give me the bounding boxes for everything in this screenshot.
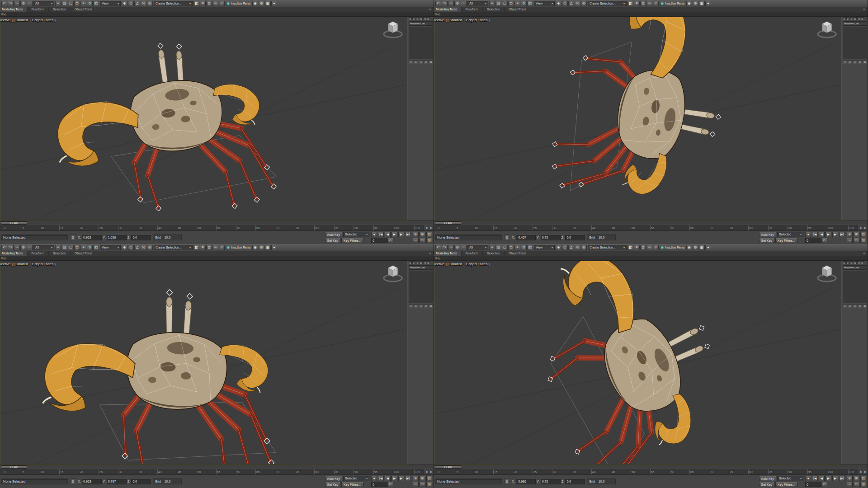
select-and-link-icon[interactable]: ∞: [448, 1, 454, 6]
utilities-tab-icon[interactable]: ≡: [861, 261, 864, 264]
named-selection-sets-dropdown[interactable]: Create Selection... ▾: [154, 1, 193, 6]
curve-editor-icon[interactable]: ∿: [212, 245, 218, 250]
ribbon-tab-selection[interactable]: Selection: [49, 7, 71, 12]
modify-tab-icon[interactable]: ◐: [846, 17, 849, 20]
material-editor-icon[interactable]: ◉: [686, 1, 692, 6]
use-pivot-point-icon[interactable]: ◈: [556, 245, 561, 250]
set-key-button[interactable]: Set Key: [325, 238, 341, 243]
time-slider-handle[interactable]: 0 / 100: [435, 465, 461, 469]
use-pivot-point-icon[interactable]: ◈: [122, 245, 127, 250]
viewport-canvas[interactable]: [0, 261, 407, 464]
configure-modifier-sets-icon[interactable]: ▤: [429, 60, 433, 64]
align-icon[interactable]: ≡: [200, 1, 206, 6]
spinner-snap-icon[interactable]: ◎: [147, 245, 153, 250]
current-frame-field[interactable]: [805, 238, 821, 243]
display-tab-icon[interactable]: ▢: [857, 17, 860, 20]
select-and-rotate-icon[interactable]: ↻: [87, 245, 93, 250]
coord-y-input[interactable]: [107, 479, 127, 484]
window-crossing-icon[interactable]: ◻: [74, 1, 80, 6]
coord-z-input[interactable]: [565, 479, 585, 484]
ribbon-tab-modeling-tools[interactable]: Modeling Tools: [434, 251, 462, 256]
selection-filter-dropdown[interactable]: All ▾: [33, 245, 54, 250]
unlink-selection-icon[interactable]: ⊘: [454, 1, 460, 6]
select-object-icon[interactable]: ⌖: [489, 1, 495, 6]
selection-filter-dropdown[interactable]: All ▾: [467, 245, 488, 250]
key-filters-button[interactable]: Key Filters...: [341, 482, 363, 487]
time-configuration-button[interactable]: ⊙: [821, 238, 827, 243]
timeline-right-arrow[interactable]: ▶: [429, 469, 434, 474]
mirror-icon[interactable]: ◧: [193, 245, 199, 250]
hierarchy-tab-icon[interactable]: ⌂: [850, 17, 853, 20]
redo-icon[interactable]: ↷: [442, 1, 448, 6]
layer-manager-icon[interactable]: ≣: [206, 1, 212, 6]
timeline-right-arrow[interactable]: ▶: [863, 225, 868, 230]
select-object-icon[interactable]: ⌖: [55, 1, 61, 6]
selection-lock-icon[interactable]: ⊠: [504, 235, 510, 240]
key-selection-dropdown[interactable]: Selected ▾: [777, 476, 803, 481]
orbit-view-icon[interactable]: ↻: [420, 482, 425, 487]
remove-modifier-icon[interactable]: ⊘: [858, 60, 862, 64]
utilities-tab-icon[interactable]: ≡: [427, 261, 430, 264]
coord-system-dropdown[interactable]: View ▾: [534, 1, 555, 6]
unlink-selection-icon[interactable]: ⊘: [20, 245, 26, 250]
time-slider[interactable]: 0 / 100: [0, 465, 434, 469]
view-cube[interactable]: [816, 20, 838, 42]
time-slider-handle[interactable]: 0 / 100: [1, 465, 27, 469]
view-cube[interactable]: [382, 20, 404, 42]
key-selection-dropdown[interactable]: Selected ▾: [343, 476, 369, 481]
time-slider[interactable]: 0 / 100: [434, 221, 868, 225]
maximize-viewport-icon[interactable]: ◳: [426, 238, 432, 243]
material-editor-icon[interactable]: ◉: [686, 245, 692, 250]
previous-frame-icon[interactable]: ◀: [385, 232, 391, 237]
snaps-toggle-icon[interactable]: ◇: [562, 1, 568, 6]
select-by-name-icon[interactable]: ▤: [495, 1, 501, 6]
previous-frame-icon[interactable]: ◀: [819, 476, 825, 481]
ribbon-tab-selection[interactable]: Selection: [49, 251, 71, 256]
select-by-name-icon[interactable]: ▤: [495, 245, 501, 250]
go-to-end-icon[interactable]: ▶|: [405, 476, 411, 481]
select-and-rotate-icon[interactable]: ↻: [521, 245, 527, 250]
render-production-icon[interactable]: ●: [271, 1, 277, 6]
pan-view-icon[interactable]: ↔: [847, 238, 853, 243]
orbit-view-icon[interactable]: ↻: [854, 482, 859, 487]
snaps-toggle-icon[interactable]: ◇: [128, 245, 134, 250]
configure-modifier-sets-icon[interactable]: ▤: [863, 60, 867, 64]
ribbon-tab-modeling-tools[interactable]: Modeling Tools: [434, 7, 462, 12]
time-configuration-button[interactable]: ⊙: [387, 482, 393, 487]
go-to-start-icon[interactable]: |◀: [378, 232, 384, 237]
utilities-tab-icon[interactable]: ≡: [861, 17, 864, 20]
named-selection-sets-dropdown[interactable]: Create Selection... ▾: [154, 245, 193, 250]
viewport-label[interactable]: [ Perspective ] [ Shaded + Edged Faces ]: [0, 18, 56, 22]
previous-frame-icon[interactable]: ◀: [385, 476, 391, 481]
select-and-scale-icon[interactable]: ◱: [93, 245, 99, 250]
zoom-extents-icon[interactable]: ◱: [426, 476, 432, 481]
select-and-move-icon[interactable]: +: [80, 1, 86, 6]
hierarchy-tab-icon[interactable]: ⌂: [850, 261, 853, 264]
viewport-canvas[interactable]: [0, 17, 407, 220]
make-unique-icon[interactable]: ∪: [419, 60, 423, 64]
ribbon-minimize-button[interactable]: ▾: [860, 251, 868, 256]
select-by-name-icon[interactable]: ▤: [61, 245, 67, 250]
use-pivot-point-icon[interactable]: ◈: [556, 1, 561, 6]
rectangular-selection-region-icon[interactable]: ▭: [502, 245, 508, 250]
schematic-view-icon[interactable]: #: [219, 245, 225, 250]
ribbon-tab-freeform[interactable]: Freeform: [28, 251, 49, 256]
select-object-icon[interactable]: ⌖: [489, 245, 495, 250]
bind-to-space-warp-icon[interactable]: ≈: [27, 1, 33, 6]
display-tab-icon[interactable]: ▢: [857, 261, 860, 264]
select-by-name-icon[interactable]: ▤: [61, 1, 67, 6]
ribbon-tab-selection[interactable]: Selection: [483, 7, 505, 12]
coord-x-input[interactable]: [516, 235, 536, 240]
viewport[interactable]: [ Perspective ] [ Shaded + Edged Faces ]: [434, 261, 842, 465]
mirror-icon[interactable]: ◧: [193, 1, 199, 6]
view-cube[interactable]: [382, 264, 404, 286]
zoom-all-icon[interactable]: ⊞: [854, 232, 859, 237]
show-end-result-icon[interactable]: ≡: [848, 304, 852, 308]
auto-key-button[interactable]: Auto Key: [325, 476, 342, 481]
utilities-tab-icon[interactable]: ≡: [427, 17, 430, 20]
select-and-link-icon[interactable]: ∞: [14, 1, 20, 6]
key-mode-toggle-icon[interactable]: ●: [371, 476, 377, 481]
selection-lock-icon[interactable]: ⊠: [504, 479, 510, 484]
window-crossing-icon[interactable]: ◻: [508, 245, 514, 250]
auto-key-button[interactable]: Auto Key: [759, 476, 776, 481]
